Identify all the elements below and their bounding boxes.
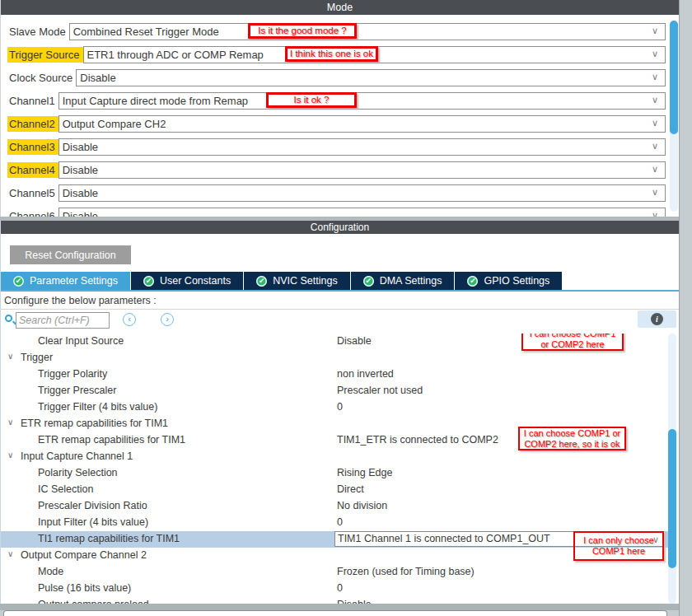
mode-row-select[interactable]: Disable∨ bbox=[76, 69, 666, 86]
parameter-value[interactable]: 0 bbox=[337, 516, 343, 528]
tab-label: User Constants bbox=[160, 275, 231, 287]
parameter-label: Trigger Filter (4 bits value) bbox=[38, 401, 157, 413]
search-prev-button[interactable]: ‹ bbox=[123, 313, 136, 326]
parameter-value[interactable]: Prescaler not used bbox=[337, 385, 423, 396]
parameter-label: Prescaler Division Ratio bbox=[38, 500, 147, 511]
parameter-label: IC Selection bbox=[38, 483, 93, 495]
annotation-box: Is it ok ? bbox=[266, 92, 357, 108]
window-right-edge bbox=[679, 0, 692, 616]
chevron-down-icon: ∨ bbox=[652, 49, 658, 59]
config-scrollbar[interactable] bbox=[668, 334, 676, 604]
check-icon: ✔ bbox=[13, 276, 24, 287]
mode-row-select[interactable]: Combined Reset Trigger Mode∨ bbox=[69, 23, 666, 40]
chevron-down-icon: ∨ bbox=[652, 26, 658, 36]
tab-parameter-settings[interactable]: ✔Parameter Settings bbox=[1, 272, 130, 290]
parameter-value[interactable]: TIM1_ETR is connected to COMP2 bbox=[337, 434, 498, 446]
parameter-row: ∨Trigger bbox=[1, 350, 668, 366]
search-input[interactable] bbox=[16, 312, 110, 329]
parameter-section-label: Input Capture Channel 1 bbox=[21, 450, 133, 462]
reset-configuration-button[interactable]: Reset Configuration bbox=[10, 245, 131, 264]
mode-row-select[interactable]: Input Capture direct mode from Remap∨ bbox=[58, 92, 666, 110]
parameter-section-label: Output Compare Channel 2 bbox=[21, 549, 147, 561]
parameter-row: Pulse (16 bits value)0 bbox=[1, 581, 668, 597]
tab-label: GPIO Settings bbox=[484, 275, 549, 287]
mode-row-value: Disable bbox=[77, 72, 115, 84]
config-scrollbar-thumb[interactable] bbox=[668, 429, 676, 568]
mode-panel: Mode Slave ModeCombined Reset Trigger Mo… bbox=[0, 0, 679, 217]
mode-row-value: Disable bbox=[59, 210, 98, 217]
mode-row-value: Output Compare CH2 bbox=[59, 118, 166, 130]
parameter-label: Trigger Prescaler bbox=[38, 385, 116, 396]
parameter-value[interactable]: No division bbox=[337, 500, 387, 511]
info-icon[interactable]: i bbox=[651, 313, 663, 325]
tab-gpio-settings[interactable]: ✔GPIO Settings bbox=[455, 272, 562, 290]
parameter-label: Input Filter (4 bits value) bbox=[38, 516, 148, 528]
mode-row-select[interactable]: Disable∨ bbox=[58, 208, 666, 217]
parameter-value[interactable]: 0 bbox=[337, 401, 343, 413]
parameter-row: ETR remap capabilities for TIM1TIM1_ETR … bbox=[1, 432, 668, 449]
mode-panel-title: Mode bbox=[1, 0, 679, 15]
mode-scrollbar[interactable] bbox=[670, 21, 678, 212]
mode-row-select[interactable]: Output Compare CH2∨ bbox=[58, 115, 666, 133]
mode-scrollbar-thumb[interactable] bbox=[670, 21, 678, 134]
parameter-value[interactable]: Frozen (used for Timing base) bbox=[337, 566, 475, 577]
mode-row-select[interactable]: Disable∨ bbox=[58, 161, 666, 179]
configuration-panel: Configuration Reset Configuration ✔Param… bbox=[0, 221, 679, 604]
mode-row-value: Combined Reset Trigger Mode bbox=[70, 26, 219, 38]
mode-row-value: ETR1 through ADC or COMP Remap bbox=[84, 49, 264, 61]
parameters-subtitle: Configure the below parameters : bbox=[1, 292, 679, 310]
chevron-left-icon: ‹ bbox=[128, 314, 131, 324]
chevron-down-icon[interactable]: ∨ bbox=[7, 418, 13, 427]
mode-row-label: Channel2 bbox=[7, 116, 58, 132]
annotation-box: Is it the good mode ? bbox=[248, 23, 357, 39]
timer-config-window: Mode Slave ModeCombined Reset Trigger Mo… bbox=[0, 0, 692, 616]
configuration-panel-title: Configuration bbox=[1, 221, 679, 234]
annotation-box: I can only choose COMP1 here bbox=[573, 531, 664, 561]
mode-row-label: Clock Source bbox=[7, 70, 76, 86]
tab-dma-settings[interactable]: ✔DMA Settings bbox=[351, 272, 455, 290]
annotation-box: I think this one is ok bbox=[285, 46, 378, 62]
mode-row-label: Channel1 bbox=[7, 93, 58, 109]
parameter-value[interactable]: non inverted bbox=[337, 368, 394, 380]
parameter-row: Trigger Filter (4 bits value)0 bbox=[1, 399, 668, 416]
tab-label: NVIC Settings bbox=[273, 275, 338, 287]
parameter-row: ∨Output Compare Channel 2 bbox=[1, 548, 668, 564]
mode-row: Trigger SourceETR1 through ADC or COMP R… bbox=[1, 46, 679, 63]
parameter-value[interactable]: 0 bbox=[337, 582, 343, 594]
mode-rows: Slave ModeCombined Reset Trigger Mode∨Is… bbox=[1, 15, 679, 217]
tab-user-constants[interactable]: ✔User Constants bbox=[131, 272, 243, 290]
chevron-down-icon: ∨ bbox=[652, 141, 658, 152]
chevron-right-icon: › bbox=[166, 314, 169, 324]
tab-underline bbox=[1, 290, 679, 292]
mode-row-value: Disable bbox=[59, 187, 98, 199]
mode-row-select[interactable]: Disable∨ bbox=[58, 138, 666, 156]
tab-label: Parameter Settings bbox=[30, 275, 118, 287]
parameter-row: Polarity SelectionRising Edge bbox=[1, 465, 668, 482]
mode-row-select[interactable]: Disable∨ bbox=[58, 184, 666, 202]
parameter-label: Clear Input Source bbox=[38, 335, 124, 347]
parameter-section-label: ETR remap capabilities for TIM1 bbox=[21, 418, 168, 429]
chevron-down-icon[interactable]: ∨ bbox=[7, 352, 13, 361]
mode-row: Channel1Input Capture direct mode from R… bbox=[1, 92, 679, 110]
parameter-section-label: Trigger bbox=[21, 352, 53, 363]
parameter-value[interactable]: Direct bbox=[337, 483, 364, 495]
search-next-button[interactable]: › bbox=[161, 313, 174, 326]
check-icon: ✔ bbox=[467, 276, 478, 287]
parameter-value[interactable]: Disable bbox=[337, 335, 372, 347]
parameter-list: Clear Input SourceDisableI can choose CO… bbox=[1, 334, 679, 604]
mode-row: Channel6Disable∨ bbox=[1, 208, 679, 217]
mode-row-value: Disable bbox=[59, 141, 98, 153]
parameter-row: Input Filter (4 bits value)0 bbox=[1, 515, 668, 531]
parameter-row: Output compare preloadDisable bbox=[1, 597, 668, 604]
chevron-down-icon[interactable]: ∨ bbox=[7, 549, 13, 558]
parameter-row: ModeFrozen (used for Timing base) bbox=[1, 564, 668, 581]
mode-row: Clock SourceDisable∨ bbox=[1, 69, 679, 86]
mode-row-value: Input Capture direct mode from Remap bbox=[59, 95, 248, 107]
parameter-label: Pulse (16 bits value) bbox=[38, 582, 131, 594]
mode-row-label: Trigger Source bbox=[7, 47, 83, 63]
tab-nvic-settings[interactable]: ✔NVIC Settings bbox=[244, 272, 350, 290]
search-row: ‹ › i bbox=[1, 310, 679, 333]
chevron-down-icon[interactable]: ∨ bbox=[7, 450, 13, 460]
parameter-value[interactable]: Rising Edge bbox=[337, 467, 392, 478]
check-icon: ✔ bbox=[143, 276, 154, 287]
